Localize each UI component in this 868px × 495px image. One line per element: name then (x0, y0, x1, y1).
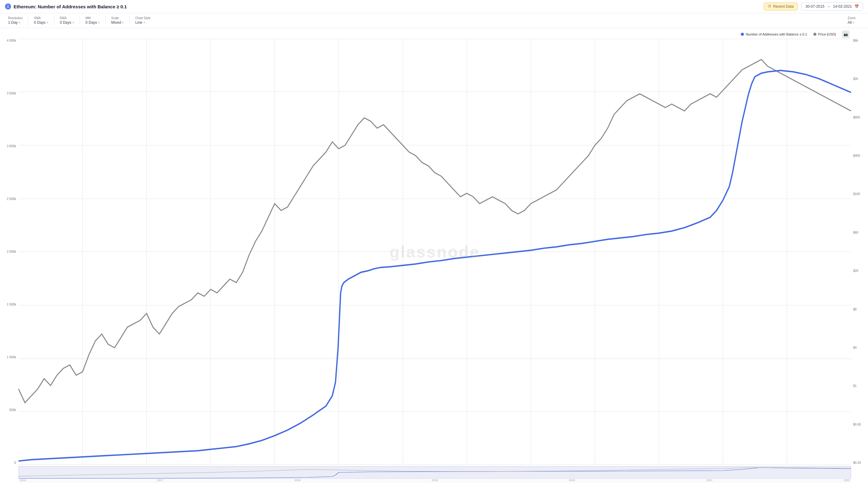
svg-rect-22 (18, 466, 851, 479)
header: Ξ Ethereum: Number of Addresses with Bal… (0, 0, 868, 13)
resolution-control[interactable]: Resolution 1 Day (5, 15, 25, 26)
chart-container: Number of Addresses with Balance ≥ 0.1 P… (0, 28, 868, 483)
minimap-labels: 2016201720182019202020212022 (18, 479, 851, 482)
toolbar: Resolution 1 Day SMA 0 Days EMA 0 Days M… (0, 13, 868, 28)
y-right-label: $0.20 (853, 461, 861, 464)
y-left-label: 1 000k (7, 356, 16, 359)
y-right-label: $20 (853, 269, 858, 273)
page-title: Ethereum: Number of Addresses with Balan… (14, 4, 127, 9)
y-right-label: $60 (853, 231, 858, 234)
clock-icon: ⏱ (768, 4, 771, 8)
y-left-label: 1 500k (7, 303, 16, 306)
y-left-label: 2 000k (7, 250, 16, 253)
price-line (18, 59, 851, 403)
legend-gray: Price [USD] (813, 32, 836, 36)
y-right-label: $0.60 (853, 423, 861, 426)
y-axis-left: 4 000k3 500k3 000k2 500k2 000k1 500k1 00… (0, 39, 18, 464)
legend-gray-dot (813, 33, 816, 36)
sma-control[interactable]: SMA 0 Days (31, 15, 51, 26)
date-range[interactable]: 30-07-2015 → 14-02-2021 📅 (801, 2, 863, 11)
legend-blue-label: Number of Addresses with Balance ≥ 0.1 (746, 32, 807, 36)
y-left-label: 3 000k (7, 144, 16, 148)
minimap-label: 2022 (844, 479, 850, 482)
scale-control[interactable]: Scale Mixed (108, 15, 127, 26)
y-left-label: 2 500k (7, 197, 16, 201)
legend-blue: Number of Addresses with Balance ≥ 0.1 (741, 32, 807, 36)
toolbar-separator-2 (54, 16, 54, 25)
y-left-label: 0 (14, 461, 16, 464)
address-count-line (18, 70, 851, 461)
y-right-label: $100 (853, 192, 860, 196)
minimap-label: 2019 (431, 479, 438, 482)
ema-control[interactable]: EMA 0 Days (57, 15, 77, 26)
y-right-label: $4 (853, 346, 856, 349)
y-axis-right: $6k$2k$800$400$100$60$20$8$4$1$0.60$0.20 (851, 39, 868, 464)
minimap-label: 2017 (157, 479, 163, 482)
minimap-label: 2016 (20, 479, 26, 482)
y-right-label: $2k (853, 77, 858, 81)
y-right-label: $6k (853, 39, 858, 42)
recent-data-button[interactable]: ⏱ Recent Data (764, 2, 798, 11)
calendar-icon: 📅 (854, 4, 859, 8)
y-right-label: $1 (853, 384, 856, 388)
chart-legend: Number of Addresses with Balance ≥ 0.1 P… (741, 31, 850, 38)
ethereum-icon: Ξ (5, 3, 11, 10)
minimap-svg (18, 466, 851, 479)
y-right-label: $800 (853, 116, 860, 119)
y-left-label: 4 000k (7, 39, 16, 42)
chart-area: glassnode (18, 39, 851, 464)
zoom-control[interactable]: Zoom All (845, 15, 863, 26)
toolbar-separator-1 (28, 16, 29, 25)
screenshot-button[interactable]: 📷 (842, 31, 850, 38)
mm-control[interactable]: MM 0 Days (82, 15, 103, 26)
y-left-label: 500k (9, 408, 16, 412)
legend-blue-dot (741, 33, 744, 36)
y-left-label: 3 500k (7, 92, 16, 95)
toolbar-separator-3 (80, 16, 80, 25)
toolbar-separator-5 (129, 16, 130, 25)
title-section: Ξ Ethereum: Number of Addresses with Bal… (5, 3, 760, 10)
minimap-label: 2020 (569, 479, 575, 482)
chart-style-control[interactable]: Chart Style Line (132, 15, 153, 26)
y-right-label: $8 (853, 308, 856, 311)
minimap[interactable]: 2016201720182019202020212022 (18, 466, 851, 483)
minimap-label: 2018 (294, 479, 301, 482)
zoom-section: Zoom All (845, 15, 863, 26)
main-chart-svg (18, 39, 851, 464)
minimap-label: 2021 (706, 479, 712, 482)
legend-gray-label: Price [USD] (818, 32, 836, 36)
y-right-label: $400 (853, 154, 860, 157)
